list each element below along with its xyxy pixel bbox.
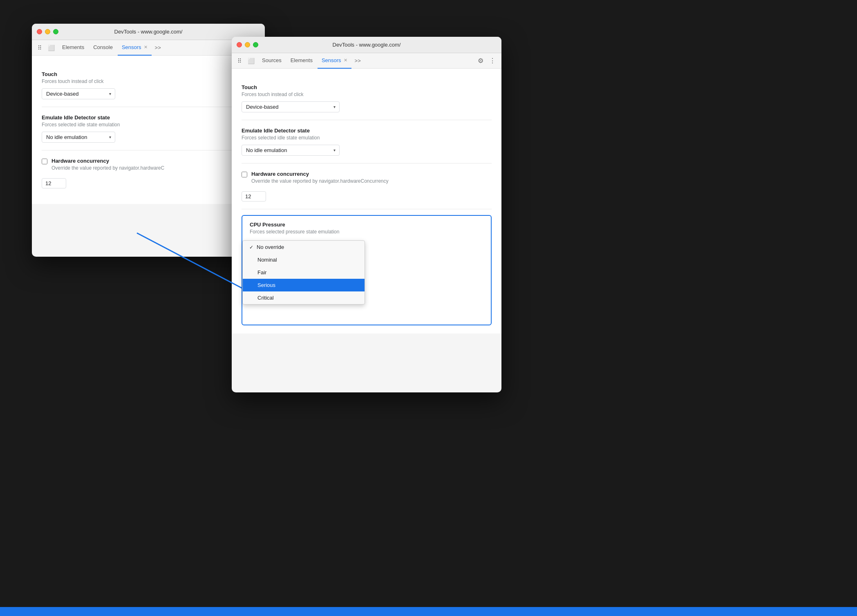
- touch-select-wrapper-2: Device-based ▾: [242, 101, 340, 112]
- settings-icon-2[interactable]: ⚙: [475, 55, 486, 66]
- hardware-row-2: Hardware concurrency Override the value …: [242, 171, 492, 188]
- touch-subtitle-1: Forces touch instead of click: [42, 78, 255, 84]
- hardware-title-1: Hardware concurrency: [51, 158, 164, 164]
- idle-title-1: Emulate Idle Detector state: [42, 114, 255, 121]
- device-icon-1[interactable]: ⬜: [47, 43, 56, 52]
- touch-select-wrapper-1: Device-based ▾: [42, 88, 115, 99]
- idle-title-2: Emulate Idle Detector state: [242, 128, 492, 134]
- touch-section-1: Touch Forces touch instead of click Devi…: [42, 64, 255, 107]
- tab-elements-1[interactable]: Elements: [58, 40, 88, 56]
- hardware-row-1: Hardware concurrency Override the value …: [42, 158, 255, 175]
- title-bar-1: DevTools - www.google.com/: [32, 24, 265, 40]
- close-button-1[interactable]: [37, 29, 42, 34]
- device-icon-2[interactable]: ⬜: [246, 56, 255, 65]
- hardware-checkbox-1[interactable]: [42, 159, 47, 164]
- content-area-1: Touch Forces touch instead of click Devi…: [32, 56, 265, 204]
- traffic-lights-1: [37, 29, 58, 34]
- idle-select-wrapper-1: No idle emulation ▾: [42, 132, 115, 143]
- dropdown-item-serious[interactable]: Serious: [243, 279, 365, 291]
- tab-sources-2[interactable]: Sources: [258, 53, 286, 69]
- bottom-blue-bar: [0, 607, 857, 616]
- touch-subtitle-2: Forces touch instead of click: [242, 92, 492, 97]
- idle-select-2[interactable]: No idle emulation: [242, 145, 340, 156]
- window-title-2: DevTools - www.google.com/: [333, 42, 401, 48]
- idle-select-1[interactable]: No idle emulation: [42, 132, 115, 143]
- tab-bar-2: ⠿ ⬜ Sources Elements Sensors ✕ >> ⚙ ⋮: [232, 53, 501, 69]
- cpu-dropdown-2: No override Nominal Fair Serious Critica…: [242, 240, 365, 305]
- tab-sensors-1[interactable]: Sensors ✕: [118, 40, 152, 56]
- window-title-1: DevTools - www.google.com/: [114, 29, 183, 35]
- cpu-section-2: CPU Pressure Forces selected pressure st…: [242, 209, 492, 325]
- maximize-button-1[interactable]: [53, 29, 58, 34]
- tab-close-icon-2[interactable]: ✕: [344, 58, 347, 63]
- content-area-2: Touch Forces touch instead of click Devi…: [232, 69, 501, 334]
- hardware-section-1: Hardware concurrency Override the value …: [42, 150, 255, 196]
- hardware-input-2[interactable]: [242, 191, 266, 202]
- devtools-window-1: DevTools - www.google.com/ ⠿ ⬜ Elements …: [32, 24, 265, 257]
- idle-subtitle-1: Forces selected idle state emulation: [42, 122, 255, 128]
- minimize-button-1[interactable]: [45, 29, 50, 34]
- hardware-section-2: Hardware concurrency Override the value …: [242, 164, 492, 209]
- tab-sensors-2[interactable]: Sensors ✕: [318, 53, 351, 69]
- touch-select-1[interactable]: Device-based: [42, 88, 115, 99]
- tab-more-2[interactable]: >>: [352, 56, 363, 65]
- dropdown-item-nominal[interactable]: Nominal: [243, 253, 365, 266]
- inspector-icon-1[interactable]: ⠿: [35, 43, 44, 52]
- dropdown-item-fair[interactable]: Fair: [243, 266, 365, 279]
- cpu-title-2: CPU Pressure: [250, 222, 483, 228]
- hardware-subtitle-2: Override the value reported by navigator…: [251, 178, 389, 184]
- tab-elements-2[interactable]: Elements: [286, 53, 317, 69]
- dropdown-item-no-override[interactable]: No override: [243, 241, 365, 253]
- hardware-title-2: Hardware concurrency: [251, 171, 389, 177]
- hardware-checkbox-2[interactable]: [242, 172, 247, 177]
- tab-console-1[interactable]: Console: [89, 40, 117, 56]
- idle-section-2: Emulate Idle Detector state Forces selec…: [242, 120, 492, 164]
- tab-close-icon-1[interactable]: ✕: [144, 45, 148, 50]
- minimize-button-2[interactable]: [245, 42, 250, 47]
- maximize-button-2[interactable]: [253, 42, 258, 47]
- touch-select-2[interactable]: Device-based: [242, 101, 340, 112]
- touch-title-1: Touch: [42, 71, 255, 77]
- idle-section-1: Emulate Idle Detector state Forces selec…: [42, 107, 255, 150]
- cpu-pressure-container: CPU Pressure Forces selected pressure st…: [242, 215, 492, 325]
- hardware-input-1[interactable]: [42, 178, 66, 188]
- touch-section-2: Touch Forces touch instead of click Devi…: [242, 77, 492, 120]
- tab-bar-1: ⠿ ⬜ Elements Console Sensors ✕ >>: [32, 40, 265, 56]
- hardware-subtitle-1: Override the value reported by navigator…: [51, 165, 164, 171]
- idle-subtitle-2: Forces selected idle state emulation: [242, 135, 492, 141]
- tab-more-1[interactable]: >>: [152, 43, 163, 52]
- inspector-icon-2[interactable]: ⠿: [235, 56, 244, 65]
- touch-title-2: Touch: [242, 84, 492, 90]
- title-bar-2: DevTools - www.google.com/: [232, 37, 501, 53]
- dropdown-item-critical[interactable]: Critical: [243, 291, 365, 304]
- devtools-window-2: DevTools - www.google.com/ ⠿ ⬜ Sources E…: [232, 37, 501, 392]
- close-button-2[interactable]: [237, 42, 242, 47]
- idle-select-wrapper-2: No idle emulation ▾: [242, 145, 340, 156]
- more-options-icon-2[interactable]: ⋮: [487, 55, 498, 66]
- cpu-subtitle-2: Forces selected pressure state emulation: [250, 229, 483, 235]
- traffic-lights-2: [237, 42, 258, 47]
